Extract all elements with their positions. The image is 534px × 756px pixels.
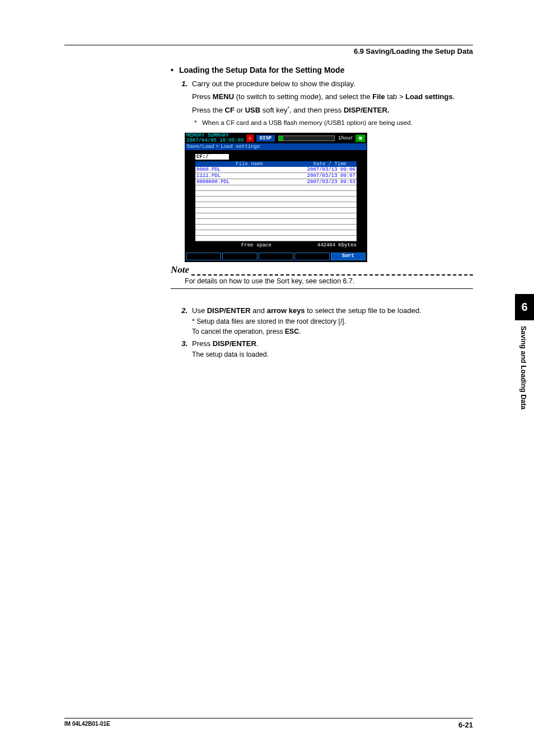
page-footer: IM 04L42B01-01E 6-21 — [64, 718, 473, 729]
step-3: 3. Press DISP/ENTER. The setup data is l… — [176, 339, 473, 360]
table-row — [195, 197, 357, 202]
chapter-number: 6 — [515, 294, 534, 320]
chapter-title: Saving and Loading Data — [515, 320, 532, 409]
scale-label: 1hour — [338, 136, 353, 141]
sort-softkey[interactable]: Sort — [331, 253, 366, 260]
table-row — [195, 230, 357, 236]
table-row — [195, 236, 357, 241]
page-number: 6-21 — [458, 721, 473, 729]
table-row — [195, 202, 357, 208]
table-row[interactable]: 0000000.PDL2007/03/23 09:53 — [195, 179, 357, 185]
table-row — [195, 208, 357, 213]
table-row — [195, 225, 357, 230]
table-row[interactable]: 1111.PDL2007/03/13 09:07 — [195, 173, 357, 179]
step-number: 1. — [176, 79, 188, 90]
breadcrumb: Save/Load > Load settings — [185, 143, 367, 150]
step-text: Use DISP/ENTER and arrow keys to select … — [192, 306, 473, 337]
alarm-icon: ⚠ — [246, 134, 254, 142]
softkey[interactable] — [294, 253, 329, 260]
softkey-row: Sort — [185, 253, 367, 262]
table-row — [195, 191, 357, 197]
table-row — [195, 213, 357, 219]
step-text: Press DISP/ENTER. The setup data is load… — [192, 339, 473, 360]
table-row — [195, 185, 357, 191]
col-filename: File name — [195, 161, 303, 167]
softkey[interactable] — [259, 253, 293, 260]
page-content: 6.9 Saving/Loading the Setup Data • Load… — [64, 45, 473, 362]
softkey[interactable] — [186, 253, 221, 260]
table-row[interactable]: 0000.PDL2007/03/13 09:06 — [195, 167, 357, 173]
manual-code: IM 04L42B01-01E — [64, 721, 110, 729]
chapter-tab: 6 Saving and Loading Data — [515, 294, 534, 409]
table-row — [195, 219, 357, 225]
path-field[interactable]: CF:/ — [195, 154, 229, 160]
step-1: 1. Carry out the procedure below to show… — [176, 79, 473, 116]
device-titlebar: MEMORY SUMMARY 2007/04/05 18:05:05 ⚠ DIS… — [185, 133, 367, 143]
step-2: 2. Use DISP/ENTER and arrow keys to sele… — [176, 306, 473, 337]
col-datetime: Date / Time — [303, 161, 357, 167]
running-header: 6.9 Saving/Loading the Setup Data — [64, 47, 473, 55]
media-icon: ▣ — [355, 134, 366, 142]
device-timestamp: 2007/04/05 18:05:05 — [186, 138, 244, 143]
note-end-rule — [171, 288, 473, 289]
softkey[interactable] — [222, 253, 257, 260]
progress-bar — [278, 136, 335, 141]
note-header: Note — [171, 264, 473, 276]
bullet-icon: • — [171, 66, 174, 74]
note-label: Note — [171, 264, 189, 276]
header-rule — [64, 45, 473, 45]
disp-button[interactable]: DISP — [256, 135, 275, 142]
step-text: Carry out the procedure below to show th… — [192, 79, 473, 90]
step-text: Press MENU (to switch to setting mode), … — [192, 92, 473, 102]
step-number: 3. — [176, 339, 188, 360]
embedded-device-screenshot: MEMORY SUMMARY 2007/04/05 18:05:05 ⚠ DIS… — [185, 133, 473, 262]
step-text: Press the CF or USB soft key*, and then … — [192, 105, 473, 116]
note-body: For details on how to use the Sort key, … — [185, 276, 473, 288]
footnote: * When a CF card and a USB flash memory … — [194, 118, 473, 127]
section-heading: • Loading the Setup Data for the Setting… — [171, 66, 473, 74]
file-table: File name Date / Time 0000.PDL2007/03/13… — [195, 161, 357, 241]
free-space: Free space 442464 Kbytes — [195, 242, 357, 248]
note-rule — [191, 270, 473, 276]
step-number: 2. — [176, 306, 188, 337]
heading-text: Loading the Setup Data for the Setting M… — [179, 66, 345, 74]
